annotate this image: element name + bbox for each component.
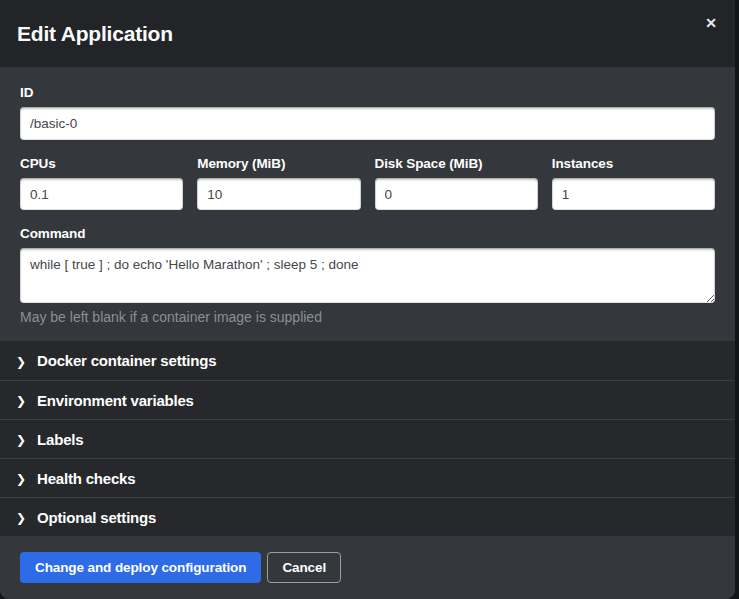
resources-row: CPUs Memory (MiB) Disk Space (MiB) Insta… (20, 156, 715, 210)
instances-label: Instances (552, 156, 715, 171)
disk-input[interactable] (375, 178, 538, 210)
command-field-group: Command while [ true ] ; do echo 'Hello … (20, 226, 715, 325)
modal-header: Edit Application ✕ (0, 0, 735, 67)
cpus-field-group: CPUs (20, 156, 183, 210)
section-label: Health checks (37, 470, 135, 487)
section-label: Labels (37, 431, 83, 448)
chevron-right-icon: ❯ (16, 355, 26, 367)
close-button[interactable]: ✕ (699, 12, 723, 34)
chevron-right-icon: ❯ (16, 473, 26, 485)
change-and-deploy-button[interactable]: Change and deploy configuration (20, 552, 261, 583)
id-field-group: ID (20, 85, 715, 140)
id-label: ID (20, 85, 715, 100)
cpus-label: CPUs (20, 156, 183, 171)
modal-title: Edit Application (17, 22, 173, 46)
disk-label: Disk Space (MiB) (375, 156, 538, 171)
cpus-input[interactable] (20, 178, 183, 210)
section-optional-settings[interactable]: ❯ Optional settings (0, 497, 735, 536)
command-help-text: May be left blank if a container image i… (20, 309, 715, 325)
chevron-right-icon: ❯ (16, 512, 26, 524)
section-health-checks[interactable]: ❯ Health checks (0, 458, 735, 497)
memory-input[interactable] (197, 178, 360, 210)
edit-application-modal: Edit Application ✕ ID CPUs Memory (MiB) … (0, 0, 735, 599)
application-form: ID CPUs Memory (MiB) Disk Space (MiB) In… (0, 67, 735, 341)
chevron-right-icon: ❯ (16, 434, 26, 446)
section-label: Environment variables (37, 392, 194, 409)
section-docker-container-settings[interactable]: ❯ Docker container settings (0, 341, 735, 380)
command-label: Command (20, 226, 715, 241)
section-labels[interactable]: ❯ Labels (0, 419, 735, 458)
command-textarea[interactable]: while [ true ] ; do echo 'Hello Marathon… (20, 248, 715, 303)
instances-field-group: Instances (552, 156, 715, 210)
section-environment-variables[interactable]: ❯ Environment variables (0, 380, 735, 419)
section-label: Docker container settings (37, 352, 216, 369)
memory-field-group: Memory (MiB) (197, 156, 360, 210)
close-icon: ✕ (705, 15, 717, 31)
instances-input[interactable] (552, 178, 715, 210)
cancel-button[interactable]: Cancel (267, 552, 341, 583)
id-input[interactable] (20, 107, 715, 140)
collapsible-sections: ❯ Docker container settings ❯ Environmen… (0, 341, 735, 536)
chevron-right-icon: ❯ (16, 395, 26, 407)
disk-field-group: Disk Space (MiB) (375, 156, 538, 210)
section-label: Optional settings (37, 509, 156, 526)
memory-label: Memory (MiB) (197, 156, 360, 171)
modal-footer: Change and deploy configuration Cancel (0, 536, 735, 599)
